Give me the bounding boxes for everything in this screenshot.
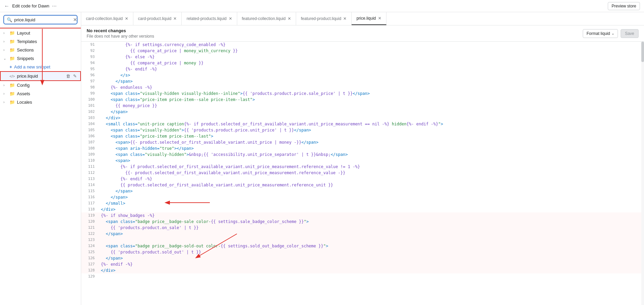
chevron-right-icon: › [3, 92, 7, 96]
tab-price-liquid[interactable]: price.liquid ✕ [352, 12, 386, 25]
tab-card-collection[interactable]: card-collection.liquid ✕ [81, 12, 133, 25]
line-content: <span> [98, 158, 644, 164]
line-number: 118 [81, 206, 98, 212]
code-content: 91 {%- if settings.currency_code_enabled… [81, 42, 644, 279]
code-line: 106 <span class="price-item price-item--… [81, 133, 644, 139]
line-content: {{ 'products.product.sold_out' | t }} [98, 249, 644, 255]
sidebar-item-label: Assets [17, 91, 77, 96]
tab-label: price.liquid [356, 16, 376, 21]
tab-featured-product[interactable]: featured-product.liquid ✕ [296, 12, 352, 25]
sidebar-item-config[interactable]: › 📁 Config [0, 81, 81, 89]
sidebar-item-label: Layout [17, 30, 77, 36]
search-input[interactable] [14, 17, 71, 22]
tab-close-icon[interactable]: ✕ [288, 16, 291, 21]
line-number: 109 [81, 151, 98, 158]
code-line: 119{%- if show_badges -%} [81, 212, 644, 219]
tab-label: related-products.liquid [186, 16, 226, 21]
folder-icon: 📁 [9, 56, 15, 61]
tab-card-product[interactable]: card-product.liquid ✕ [133, 12, 182, 25]
line-number: 120 [81, 219, 98, 225]
file-item-label: price.liquid [17, 74, 63, 79]
code-line: 109 <span class="visually-hidden">&nbsp;… [81, 151, 644, 158]
code-editor[interactable]: 91 {%- if settings.currency_code_enabled… [81, 42, 644, 305]
tab-related-products[interactable]: related-products.liquid ✕ [182, 12, 237, 25]
folder-icon: 📁 [9, 39, 15, 44]
editor-area: card-collection.liquid ✕ card-product.li… [81, 12, 644, 305]
folder-icon: 📁 [9, 30, 15, 36]
line-content: <span class="visually-hidden">&nbsp;{{ '… [98, 151, 644, 158]
sidebar: 🔍 ✕ › 📁 Layout › 📁 Templates › 📁 [0, 12, 81, 305]
sidebar-item-label: Sections [17, 47, 77, 53]
search-box: 🔍 ✕ [3, 15, 77, 24]
line-number: 107 [81, 139, 98, 145]
code-line: 91 {%- if settings.currency_code_enabled… [81, 42, 644, 48]
line-content: </span> [98, 231, 644, 237]
sidebar-item-assets[interactable]: › 📁 Assets [0, 89, 81, 98]
tab-close-icon[interactable]: ✕ [125, 16, 128, 21]
back-icon[interactable]: ← [4, 3, 9, 9]
line-number: 127 [81, 261, 98, 267]
code-line: 92 {{ compare_at_price | money_with_curr… [81, 48, 644, 54]
editor-actions: Format liquid ⌄ Save [583, 29, 639, 38]
code-line: 116 </span> [81, 194, 644, 200]
line-content: <span class="price-item price-item--last… [98, 133, 644, 139]
line-number: 102 [81, 109, 98, 115]
code-line: 107 <span>{{- product.selected_or_first_… [81, 139, 644, 145]
line-number: 125 [81, 249, 98, 255]
code-line: 121 {{ 'products.product.on_sale' | t }} [81, 225, 644, 231]
plus-icon: + [9, 64, 12, 69]
code-line: 110 <span> [81, 158, 644, 164]
line-content: </small> [98, 200, 644, 206]
folder-icon: 📁 [9, 91, 15, 96]
code-line: 129 [81, 273, 644, 280]
code-line: 114 {{ product.selected_or_first_availab… [81, 182, 644, 188]
sidebar-item-templates[interactable]: › 📁 Templates [0, 37, 81, 46]
tab-close-icon[interactable]: ✕ [229, 16, 232, 21]
format-liquid-button[interactable]: Format liquid ⌄ [583, 29, 618, 38]
code-line: 104 <small class="unit-price caption{%- … [81, 121, 644, 127]
line-content: </span> [98, 255, 644, 261]
sidebar-item-layout[interactable]: › 📁 Layout [0, 29, 81, 37]
sidebar-item-label: Snippets [17, 56, 77, 61]
more-options-icon[interactable]: ··· [52, 3, 57, 9]
tab-featured-collection[interactable]: featured-collection.liquid ✕ [237, 12, 296, 25]
sidebar-item-locales[interactable]: › 📁 Locales [0, 98, 81, 106]
code-line: 125 {{ 'products.product.sold_out' | t }… [81, 249, 644, 255]
line-content: <span class="visually-hidden visually-hi… [98, 90, 644, 97]
add-snippet-button[interactable]: + Add a new snippet [0, 63, 81, 71]
line-number: 116 [81, 194, 98, 200]
code-line: 97 </span> [81, 78, 644, 84]
line-content: {{ compare_at_price | money }} [98, 60, 644, 66]
code-line: 99 <span class="visually-hidden visually… [81, 90, 644, 97]
line-number: 97 [81, 78, 98, 84]
edit-icon[interactable]: ✎ [72, 73, 77, 79]
code-line: 103 </div> [81, 115, 644, 121]
line-number: 104 [81, 121, 98, 127]
code-line: 94 {{ compare_at_price | money }} [81, 60, 644, 66]
tab-label: card-product.liquid [138, 16, 172, 21]
tab-close-icon[interactable]: ✕ [343, 16, 347, 21]
line-number: 114 [81, 182, 98, 188]
search-clear-icon[interactable]: ✕ [73, 17, 77, 22]
sidebar-item-snippets[interactable]: ⌄ 📁 Snippets [0, 54, 81, 63]
code-line: 102 </span> [81, 109, 644, 115]
tab-close-icon[interactable]: ✕ [378, 16, 381, 21]
code-line: 100 <span class="price-item price-item--… [81, 97, 644, 103]
line-number: 128 [81, 267, 98, 273]
preview-store-button[interactable]: Preview store [608, 2, 640, 10]
sidebar-item-sections[interactable]: › 📁 Sections [0, 46, 81, 54]
line-number: 124 [81, 243, 98, 249]
sidebar-item-price-liquid[interactable]: </> price.liquid 🗑 ✎ [0, 71, 81, 81]
line-content: {%- endunless -%} [98, 84, 644, 90]
save-button[interactable]: Save [621, 29, 639, 38]
code-line: 101 {{ money_price }} [81, 103, 644, 109]
line-content [98, 237, 644, 243]
line-content: {{ 'products.product.on_sale' | t }} [98, 225, 644, 231]
line-content: {%- else -%} [98, 54, 644, 60]
code-line: 108 <span aria-hidden="true"></span> [81, 145, 644, 151]
line-number: 95 [81, 66, 98, 72]
delete-icon[interactable]: 🗑 [65, 73, 71, 79]
sidebar-tree: › 📁 Layout › 📁 Templates › 📁 Sections ⌄ … [0, 27, 81, 108]
tab-close-icon[interactable]: ✕ [173, 16, 177, 21]
code-line: 105 <span class="visually-hidden">{{ 'pr… [81, 127, 644, 133]
